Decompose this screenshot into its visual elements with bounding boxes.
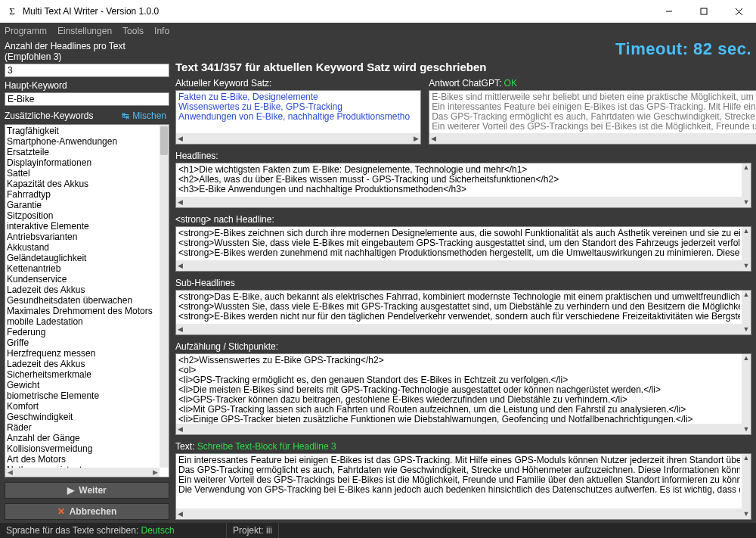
titlebar: Σ Multi Text AI Writer - Version 1.0.0 xyxy=(0,0,756,23)
headlines-box[interactable]: <h1>Die wichtigsten Fakten zum E-Bike: D… xyxy=(175,163,751,208)
hscroll[interactable]: ◀▶ xyxy=(176,133,420,144)
sub-headlines-box[interactable]: <strong>Das E-Bike, auch bekannt als ele… xyxy=(175,290,751,335)
list-item[interactable]: Griffe xyxy=(7,337,158,348)
aktueller-keyword-box[interactable]: Fakten zu E-Bike, DesignelementeWissensw… xyxy=(175,90,421,145)
text-section-label: Text: Schreibe Text-Block für Headline 3 xyxy=(175,441,751,452)
projekt-label: Projekt: iii xyxy=(233,525,272,536)
zusatz-keywords-label: Zusätzliche-Keywords xyxy=(5,110,93,121)
antwort-ok: OK xyxy=(504,78,517,89)
menu-tools[interactable]: Tools xyxy=(122,26,144,36)
list-item[interactable]: interaktive Elemente xyxy=(7,221,158,232)
timeout-display: Timeout: 82 sec. xyxy=(615,39,751,59)
list-item[interactable]: Geländetauglichkeit xyxy=(7,253,158,263)
weiter-button[interactable]: ▶ Weiter xyxy=(5,482,169,499)
list-item[interactable]: mobile Ladestation xyxy=(7,316,158,327)
lang-value: Deutsch xyxy=(141,525,175,536)
list-item[interactable]: Ladezeit des Akkus xyxy=(7,285,158,295)
list-item[interactable]: Sitzposition xyxy=(7,210,158,221)
list-item[interactable]: Garantie xyxy=(7,200,158,210)
abbrechen-button[interactable]: ✕ Abbrechen xyxy=(5,503,169,520)
bullets-section-label: Aufzählung / Stichpunkte: xyxy=(175,341,751,352)
menubar: Programm Einstellungen Tools Info xyxy=(0,23,756,39)
hscroll[interactable]: ◀▶ xyxy=(176,424,751,434)
mischen-label: Mischen xyxy=(132,110,166,121)
list-item[interactable]: Ersatzteile xyxy=(7,147,158,157)
hscroll[interactable]: ◀▶ xyxy=(176,508,751,519)
hscroll[interactable]: ◀▶ xyxy=(176,260,751,271)
headlines-count-label: Anzahl der Headlines pro Text (Empfohlen… xyxy=(5,41,169,62)
vscroll[interactable]: ▲▼ xyxy=(742,227,751,271)
list-item[interactable]: Kettenantrieb xyxy=(7,263,158,274)
antwort-label-text: Antwort ChatGPT: xyxy=(429,78,501,89)
window-title: Multi Text AI Writer - Version 1.0.0 xyxy=(23,6,652,17)
list-item[interactable]: Kollisionsvermeidung xyxy=(7,443,158,454)
list-item[interactable]: Kundenservice xyxy=(7,274,158,285)
play-icon: ▶ xyxy=(67,485,74,496)
list-item[interactable]: Gesundheitsdaten überwachen xyxy=(7,295,158,306)
hscroll[interactable]: ◀▶ xyxy=(176,197,751,207)
app-icon: Σ xyxy=(6,5,18,17)
keywords-hscroll[interactable]: ◀▶ xyxy=(5,468,160,477)
keywords-vscroll[interactable] xyxy=(160,125,169,468)
aktueller-keyword-label: Aktueller Keyword Satz: xyxy=(175,78,421,89)
list-item[interactable]: Komfort xyxy=(7,401,158,412)
strong-box[interactable]: <strong>E-Bikes zeichnen sich durch ihre… xyxy=(175,226,751,272)
list-item[interactable]: biometrische Elemente xyxy=(7,390,158,401)
antwort-label: Antwort ChatGPT: OK xyxy=(429,78,756,89)
text-box[interactable]: Ein interessantes Feature bei einigen E-… xyxy=(175,453,751,520)
minimize-button[interactable] xyxy=(652,0,686,23)
vscroll[interactable]: ▲▼ xyxy=(742,291,751,334)
list-item[interactable]: Sattel xyxy=(7,168,158,179)
list-item[interactable]: Herzfrequenz messen xyxy=(7,348,158,359)
list-item[interactable]: Ladezeit des Akkus xyxy=(7,359,158,369)
list-item[interactable]: Art des Motors xyxy=(7,454,158,465)
list-item[interactable]: Akkustand xyxy=(7,242,158,253)
vscroll[interactable]: ▲▼ xyxy=(742,163,751,207)
bullets-box[interactable]: <h2>Wissenswertes zu E-Bike GPS-Tracking… xyxy=(175,353,751,435)
right-pane: Timeout: 82 sec. Text 341/357 für aktuel… xyxy=(175,39,751,520)
abbrechen-label: Abbrechen xyxy=(70,506,117,517)
headlines-count-input[interactable] xyxy=(5,64,169,77)
haupt-keyword-input[interactable] xyxy=(5,92,169,106)
progress-status: Text 341/357 für aktuellen Keyword Satz … xyxy=(175,61,751,73)
strong-section-label: <strong> nach Headline: xyxy=(175,214,751,225)
headlines-section-label: Headlines: xyxy=(175,151,751,161)
text-status: Schreibe Text-Block für Headline 3 xyxy=(197,441,336,452)
shuffle-icon: ↹ xyxy=(122,110,129,121)
list-item[interactable]: Sicherheitsmerkmale xyxy=(7,369,158,380)
menu-einstellungen[interactable]: Einstellungen xyxy=(57,26,112,36)
vscroll[interactable]: ▲▼ xyxy=(742,454,751,519)
list-item[interactable]: Maximales Drehmoment des Motors xyxy=(7,306,158,316)
close-button[interactable] xyxy=(721,0,756,23)
sub-headlines-label: Sub-Headlines xyxy=(175,278,751,288)
vscroll[interactable]: ▲▼ xyxy=(742,354,751,434)
cancel-icon: ✕ xyxy=(57,506,65,517)
list-item[interactable]: Federung xyxy=(7,327,158,337)
svg-rect-1 xyxy=(701,8,707,14)
lang-label: Sprache für das Texte schreiben: xyxy=(6,525,138,536)
list-item[interactable]: Tragfähigkeit xyxy=(7,126,158,136)
maximize-button[interactable] xyxy=(686,0,721,23)
list-item[interactable]: Gewicht xyxy=(7,380,158,390)
list-item[interactable]: Geschwindigkeit xyxy=(7,412,158,422)
menu-info[interactable]: Info xyxy=(154,26,169,36)
menu-programm[interactable]: Programm xyxy=(5,26,47,36)
text-label-text: Text: xyxy=(175,441,194,452)
left-pane: Anzahl der Headlines pro Text (Empfohlen… xyxy=(5,39,169,520)
hscroll[interactable]: ◀▶ xyxy=(429,133,756,144)
mischen-button[interactable]: ↹ Mischen xyxy=(119,110,169,121)
statusbar: Sprache für das Texte schreiben: Deutsch… xyxy=(0,523,756,538)
antwort-box[interactable]: E-Bikes sind mittlerweile sehr beliebt u… xyxy=(429,90,756,145)
list-item[interactable]: Smartphone-Anwendungen xyxy=(7,136,158,147)
list-item[interactable]: Räder xyxy=(7,422,158,433)
list-item[interactable]: Fahrradtyp xyxy=(7,189,158,200)
list-item[interactable]: Kapazität des Akkus xyxy=(7,179,158,189)
list-item[interactable]: Anzahl der Gänge xyxy=(7,433,158,443)
haupt-keyword-label: Haupt-Keyword xyxy=(5,80,169,91)
list-item[interactable]: Displayinformationen xyxy=(7,157,158,168)
list-item[interactable]: Antriebsvarianten xyxy=(7,232,158,242)
keywords-listbox[interactable]: TragfähigkeitSmartphone-AnwendungenErsat… xyxy=(5,124,169,477)
hscroll[interactable]: ◀▶ xyxy=(176,324,751,334)
weiter-label: Weiter xyxy=(79,485,106,496)
